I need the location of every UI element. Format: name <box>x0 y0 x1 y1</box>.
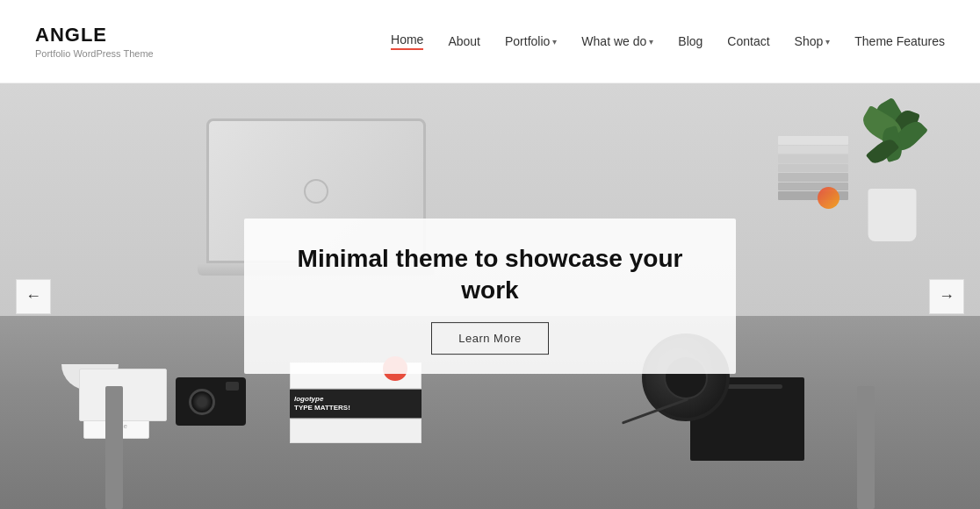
main-nav: Home About Portfolio ▾ What we do ▾ Blog… <box>391 32 945 50</box>
chevron-down-icon: ▾ <box>825 37 830 47</box>
chevron-down-icon: ▾ <box>552 37 557 47</box>
desk-leg-left <box>105 386 123 509</box>
logo[interactable]: ANGLE Portfolio WordPress Theme <box>35 24 154 59</box>
nav-item-about[interactable]: About <box>448 34 480 48</box>
hero-card: Minimal theme to showcase your work Lear… <box>244 219 736 375</box>
nav-item-theme-features[interactable]: Theme Features <box>854 34 945 48</box>
hero-section: iPhone logotype TYPE MATTERS! <box>0 83 980 509</box>
hero-content: Minimal theme to showcase your work Lear… <box>244 219 736 375</box>
books-stack: logotype TYPE MATTERS! <box>290 362 422 443</box>
plant <box>857 101 927 241</box>
camera <box>176 377 246 426</box>
site-header: ANGLE Portfolio WordPress Theme Home Abo… <box>0 0 980 83</box>
next-slide-button[interactable]: → <box>929 279 964 314</box>
prev-slide-button[interactable]: ← <box>16 279 51 314</box>
nav-item-shop[interactable]: Shop ▾ <box>795 34 831 48</box>
desk-leg-right <box>857 386 875 509</box>
learn-more-button[interactable]: Learn More <box>431 322 548 355</box>
nav-item-home[interactable]: Home <box>391 32 423 50</box>
logo-title: ANGLE <box>35 24 154 47</box>
hero-title: Minimal theme to showcase your work <box>286 243 694 307</box>
chevron-down-icon: ▾ <box>649 37 653 47</box>
logo-subtitle: Portfolio WordPress Theme <box>35 48 154 59</box>
nav-item-portfolio[interactable]: Portfolio ▾ <box>505 34 557 48</box>
white-box <box>79 369 167 421</box>
nav-item-contact[interactable]: Contact <box>727 34 769 48</box>
magazine-stack <box>778 136 848 201</box>
nav-item-what-we-do[interactable]: What we do ▾ <box>581 34 653 48</box>
nav-item-blog[interactable]: Blog <box>678 34 703 48</box>
